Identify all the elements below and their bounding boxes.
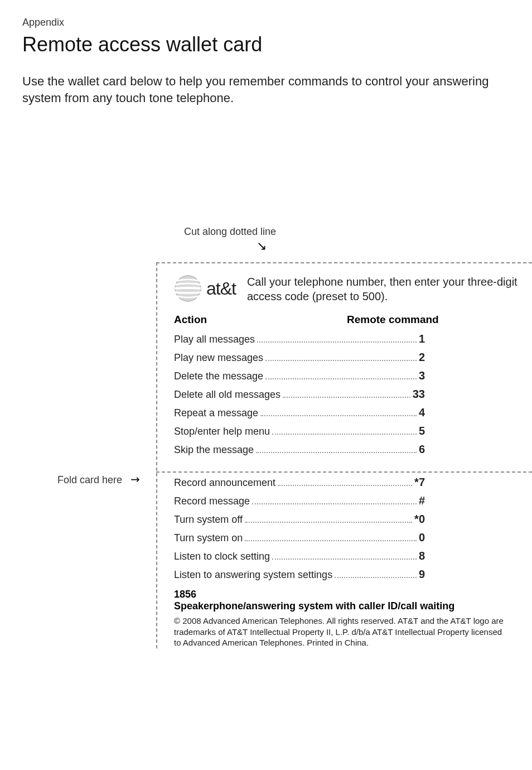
dot-leader <box>283 397 410 398</box>
model-number: 1856 <box>174 589 532 600</box>
command-action: Play all messages <box>174 334 255 345</box>
dot-leader <box>265 360 417 361</box>
command-code: 33 <box>413 388 425 401</box>
globe-icon <box>174 275 202 302</box>
commands-list-top: Play all messages1Play new messages2Dele… <box>174 333 532 456</box>
command-row: Skip the message6 <box>174 443 425 456</box>
att-logo: at&t <box>174 275 236 302</box>
dot-leader <box>245 522 412 523</box>
command-row: Turn system on0 <box>174 531 425 544</box>
command-code: 4 <box>419 406 425 419</box>
command-table-header: Action Remote command <box>174 314 532 326</box>
dot-leader <box>257 341 417 343</box>
command-action: Stop/enter help menu <box>174 426 270 437</box>
header-command: Remote command <box>347 314 439 326</box>
header-action: Action <box>174 314 347 326</box>
wallet-card: at&t Call your telephone number, then en… <box>156 262 532 648</box>
fold-dashed-line <box>156 471 532 473</box>
card-footer: 1856 Speakerphone/answering system with … <box>174 589 532 648</box>
command-code: 6 <box>419 443 425 456</box>
copyright-text: © 2008 Advanced American Telephones. All… <box>174 615 509 648</box>
command-code: 5 <box>419 425 425 437</box>
command-code: # <box>419 494 425 507</box>
command-code: 3 <box>419 369 425 382</box>
command-row: Record announcement*7 <box>174 476 425 489</box>
command-code: 0 <box>419 531 425 544</box>
command-code: *7 <box>414 476 425 489</box>
command-code: *0 <box>414 513 425 526</box>
section-label: Appendix <box>22 17 510 28</box>
arrow-up-right-icon: ↗ <box>128 471 144 487</box>
command-code: 1 <box>419 333 425 345</box>
fold-instruction: Fold card here ↗ <box>57 473 135 487</box>
command-row: Repeat a message4 <box>174 406 425 419</box>
dot-leader <box>272 434 417 435</box>
command-action: Record message <box>174 495 250 507</box>
command-action: Record announcement <box>174 477 275 489</box>
command-action: Repeat a message <box>174 407 258 419</box>
dot-leader <box>260 415 417 416</box>
dot-leader <box>245 540 417 541</box>
arrow-down-right-icon: ↘ <box>257 239 276 253</box>
dot-leader <box>252 503 417 504</box>
command-row: Stop/enter help menu5 <box>174 425 425 437</box>
command-code: 8 <box>419 550 425 562</box>
cut-instruction: Cut along dotted line ↘ <box>184 226 276 253</box>
logo-row: at&t Call your telephone number, then en… <box>174 275 532 304</box>
command-action: Listen to clock setting <box>174 551 270 562</box>
logo-text: at&t <box>206 278 236 299</box>
command-row: Listen to clock setting8 <box>174 550 425 562</box>
commands-list-bottom: Record announcement*7Record message#Turn… <box>174 476 532 581</box>
command-action: Delete the message <box>174 370 263 382</box>
page-title: Remote access wallet card <box>22 33 510 56</box>
dot-leader <box>278 485 412 486</box>
command-row: Play all messages1 <box>174 333 425 345</box>
command-action: Play new messages <box>174 352 263 364</box>
dot-leader <box>256 452 417 453</box>
command-code: 9 <box>419 568 425 581</box>
cut-label: Cut along dotted line <box>184 226 276 238</box>
command-row: Listen to answering system settings9 <box>174 568 425 581</box>
command-action: Delete all old messages <box>174 389 280 401</box>
dot-leader <box>272 559 417 560</box>
command-action: Turn system on <box>174 532 243 544</box>
command-row: Delete all old messages33 <box>174 388 425 401</box>
command-action: Turn system off <box>174 514 243 526</box>
command-action: Listen to answering system settings <box>174 569 332 581</box>
command-code: 2 <box>419 351 425 364</box>
product-name: Speakerphone/answering system with calle… <box>174 600 532 612</box>
command-row: Record message# <box>174 494 425 507</box>
intro-paragraph: Use the wallet card below to help you re… <box>22 73 510 106</box>
dot-leader <box>265 378 417 379</box>
dot-leader <box>335 577 417 578</box>
command-row: Turn system off*0 <box>174 513 425 526</box>
command-row: Play new messages2 <box>174 351 425 364</box>
fold-label: Fold card here <box>57 474 122 486</box>
command-row: Delete the message3 <box>174 369 425 382</box>
command-action: Skip the message <box>174 444 254 456</box>
card-instructions: Call your telephone number, then enter y… <box>247 275 532 304</box>
